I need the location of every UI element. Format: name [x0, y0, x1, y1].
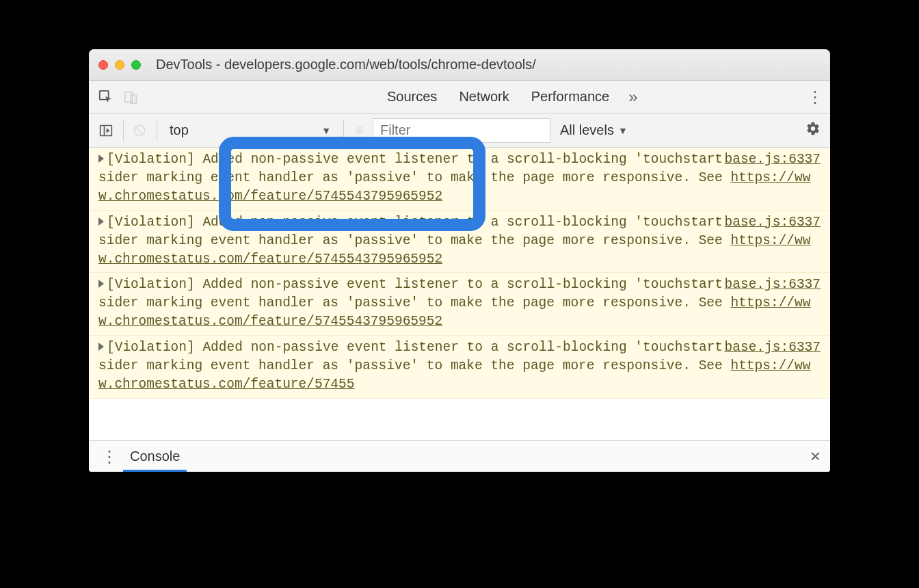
toggle-sidebar-icon[interactable] — [94, 119, 118, 142]
separator — [343, 120, 344, 141]
zoom-window-button[interactable] — [131, 60, 141, 70]
tab-sources[interactable]: Sources — [376, 89, 448, 105]
close-icon[interactable]: × — [810, 446, 821, 467]
context-selector[interactable]: top ▼ — [161, 118, 339, 143]
log-entry[interactable]: base.js:6337[Violation] Added non-passiv… — [89, 211, 830, 273]
separator — [157, 120, 157, 141]
log-source-link[interactable]: base.js:6337 — [725, 150, 821, 169]
clear-console-icon[interactable] — [128, 119, 151, 142]
console-settings-icon[interactable] — [805, 121, 821, 140]
minimize-window-button[interactable] — [115, 60, 124, 70]
context-selector-value: top — [170, 122, 189, 138]
console-log-area[interactable]: base.js:6337[Violation] Added non-passiv… — [89, 148, 830, 440]
log-source-link[interactable]: base.js:6337 — [725, 276, 821, 294]
device-toolbar-icon[interactable] — [119, 85, 142, 109]
log-message: [Violation] Added non-passive event list… — [98, 213, 821, 269]
tab-bar: Sources Network Performance » ⋮ — [89, 81, 830, 113]
svg-rect-1 — [125, 92, 133, 102]
filter-input[interactable] — [373, 118, 550, 143]
log-message-link[interactable]: https://www.chromestatus.com/feature/574… — [98, 233, 810, 267]
tabs-overflow-button[interactable]: » — [620, 88, 645, 107]
console-toolbar: top ▼ All levels ▼ — [89, 113, 830, 148]
expand-caret-icon[interactable] — [98, 280, 104, 288]
log-message: [Violation] Added non-passive event list… — [98, 150, 821, 206]
drawer-tab-console[interactable]: Console — [123, 442, 187, 472]
traffic-lights — [98, 60, 141, 70]
log-message: [Violation] Added non-passive event list… — [98, 338, 821, 394]
chevron-down-icon: ▼ — [321, 125, 331, 136]
drawer-menu-icon[interactable]: ⋮ — [96, 447, 123, 466]
log-levels-label: All levels — [560, 122, 614, 138]
svg-point-6 — [358, 129, 360, 131]
separator — [123, 120, 124, 141]
expand-caret-icon[interactable] — [98, 155, 104, 163]
tab-performance[interactable]: Performance — [520, 89, 621, 105]
log-entry[interactable]: base.js:6337[Violation] Added non-passiv… — [89, 336, 830, 399]
log-message-link[interactable]: https://www.chromestatus.com/feature/574… — [98, 358, 810, 392]
devtools-menu-icon[interactable]: ⋮ — [807, 88, 823, 107]
titlebar: DevTools - developers.google.com/web/too… — [89, 49, 830, 81]
log-entry[interactable]: base.js:6337[Violation] Added non-passiv… — [89, 148, 830, 211]
log-source-link[interactable]: base.js:6337 — [725, 338, 821, 357]
svg-rect-3 — [101, 125, 112, 135]
log-entry[interactable]: base.js:6337[Violation] Added non-passiv… — [89, 273, 830, 336]
window-title: DevTools - developers.google.com/web/too… — [156, 57, 536, 72]
close-window-button[interactable] — [98, 60, 108, 70]
devtools-window: DevTools - developers.google.com/web/too… — [89, 49, 830, 472]
inspect-icon[interactable] — [94, 85, 118, 109]
expand-caret-icon[interactable] — [98, 217, 104, 226]
live-expression-icon[interactable] — [348, 119, 371, 142]
expand-caret-icon[interactable] — [98, 343, 104, 351]
log-source-link[interactable]: base.js:6337 — [725, 213, 821, 232]
chevron-down-icon: ▼ — [618, 125, 628, 136]
log-message-link[interactable]: https://www.chromestatus.com/feature/574… — [98, 295, 810, 329]
log-levels-selector[interactable]: All levels ▼ — [560, 122, 628, 138]
tab-network[interactable]: Network — [448, 89, 520, 105]
drawer: ⋮ Console × — [89, 440, 830, 472]
log-message: [Violation] Added non-passive event list… — [98, 276, 821, 331]
log-message-link[interactable]: https://www.chromestatus.com/feature/574… — [98, 170, 810, 204]
